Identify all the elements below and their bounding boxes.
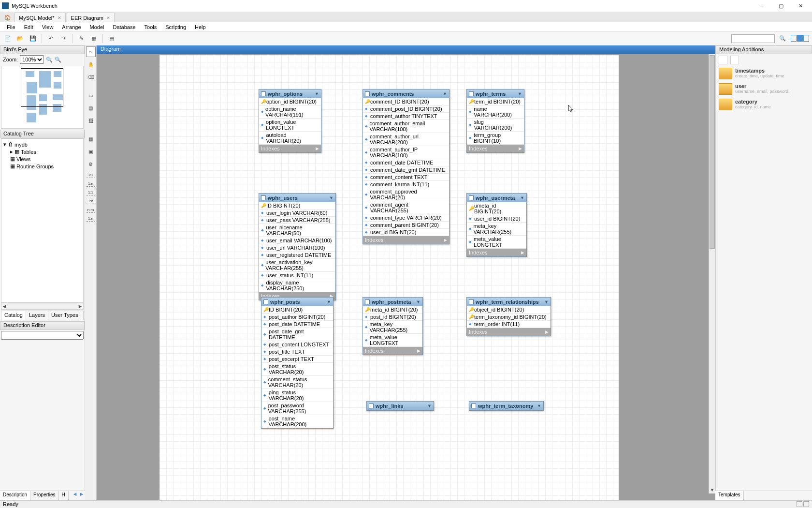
scroll-down-icon[interactable]: ▼ (709, 488, 715, 493)
table-column[interactable]: 🔑term_taxonomy_id BIGINT(20) (467, 314, 551, 321)
expand-icon[interactable]: ▶ (521, 250, 524, 255)
table-column[interactable]: ◆user_id BIGINT(20) (467, 215, 526, 223)
tab-templates[interactable]: Templates (715, 491, 744, 500)
table-header[interactable]: wphr_links ▼ (367, 402, 434, 410)
table-column[interactable]: ◆comment_type VARCHAR(20) (363, 214, 449, 222)
menu-tools[interactable]: Tools (141, 23, 161, 31)
menu-file[interactable]: File (3, 23, 19, 31)
table-column[interactable]: 🔑meta_id BIGINT(20) (363, 306, 422, 314)
table-column[interactable]: 🔑object_id BIGINT(20) (467, 306, 551, 314)
table-column[interactable]: 🔑ID BIGINT(20) (259, 202, 335, 209)
table-comments[interactable]: wphr_comments ▼🔑comment_ID BIGINT(20)◆co… (362, 89, 450, 244)
table-column[interactable]: ◆comment_parent BIGINT(20) (363, 222, 449, 229)
chevron-down-icon[interactable]: ▼ (544, 299, 549, 304)
redo-icon[interactable]: ↷ (58, 34, 68, 44)
diagram-canvas[interactable]: wphr_options ▼🔑option_id BIGINT(20)◆opti… (97, 54, 715, 500)
tree-routines[interactable]: ▦Routine Groups (3, 163, 81, 170)
table-column[interactable]: ◆comment_author_IP VARCHAR(100) (363, 146, 449, 159)
table-column[interactable]: ◆user_login VARCHAR(60) (259, 209, 335, 217)
menu-scripting[interactable]: Scripting (161, 23, 190, 31)
tab-close-icon[interactable]: ✕ (58, 15, 61, 20)
indexes-row[interactable]: Indexes▶ (467, 145, 524, 152)
chevron-down-icon[interactable]: ▼ (329, 195, 334, 200)
expand-icon[interactable]: ▾ (3, 141, 6, 148)
layer-tool-icon[interactable]: ▭ (86, 90, 96, 101)
menu-edit[interactable]: Edit (20, 23, 37, 31)
desc-select[interactable] (1, 331, 84, 340)
new-icon[interactable]: 📄 (3, 34, 13, 44)
menu-help[interactable]: Help (191, 23, 210, 31)
chevron-down-icon[interactable]: ▼ (520, 195, 524, 200)
menu-model[interactable]: Model (86, 23, 108, 31)
table-term-taxonomy[interactable]: wphr_term_taxonomy ▼ (469, 401, 544, 411)
chevron-down-icon[interactable]: ▼ (518, 91, 522, 96)
table-usermeta[interactable]: wphr_usermeta ▼🔑umeta_id BIGINT(20)◆user… (466, 193, 527, 257)
template-category[interactable]: categorycategory_id, name (716, 97, 812, 112)
table-column[interactable]: ◆comment_approved VARCHAR(20) (363, 188, 449, 201)
tab-prev-icon[interactable]: ◄ (72, 491, 78, 500)
chevron-down-icon[interactable]: ▼ (537, 403, 541, 408)
table-column[interactable]: ◆comment_karma INT(11) (363, 181, 449, 188)
indexes-row[interactable]: Indexes▶ (259, 145, 321, 152)
rel-11i-tool[interactable]: 1:1 (87, 191, 95, 195)
table-column[interactable]: 🔑umeta_id BIGINT(20) (467, 202, 526, 215)
tab-description[interactable]: Description (0, 491, 30, 500)
table-header[interactable]: wphr_posts ▼ (261, 298, 333, 306)
table-column[interactable]: ◆comment_author_url VARCHAR(200) (363, 133, 449, 146)
table-column[interactable]: ◆user_pass VARCHAR(255) (259, 217, 335, 224)
rel-nm-tool[interactable]: n:m (87, 208, 95, 213)
eraser-tool-icon[interactable]: ⌫ (86, 72, 96, 82)
table-column[interactable]: 🔑comment_ID BIGINT(20) (363, 98, 449, 105)
table-column[interactable]: ◆comment_post_ID BIGINT(20) (363, 105, 449, 113)
indexes-row[interactable]: Indexes▶ (467, 249, 526, 256)
tab-diagram[interactable]: EER Diagram ✕ (67, 13, 115, 22)
table-column[interactable]: ◆user_status INT(11) (259, 272, 335, 279)
v-scrollbar[interactable]: ▲ ▼ (709, 54, 715, 493)
chevron-down-icon[interactable]: ▼ (443, 91, 447, 96)
tab-next-icon[interactable]: ► (78, 491, 85, 500)
table-term-relationships[interactable]: wphr_term_relationships ▼🔑object_id BIGI… (466, 297, 551, 336)
scroll-thumb[interactable] (710, 55, 715, 249)
table-column[interactable]: 🔑ID BIGINT(20) (261, 306, 333, 314)
table-column[interactable]: ◆post_date_gmt DATETIME (261, 328, 333, 341)
table-column[interactable]: ◆comment_content TEXT (363, 174, 449, 181)
table-column[interactable]: ◆comment_author TINYTEXT (363, 113, 449, 120)
rel-1ni-tool[interactable]: 1:n (87, 199, 95, 204)
table-column[interactable]: ◆comment_date DATETIME (363, 159, 449, 166)
table-header[interactable]: wphr_users ▼ (259, 194, 335, 202)
table-column[interactable]: ◆slug VARCHAR(200) (467, 119, 524, 132)
table-column[interactable]: ◆comment_status VARCHAR(20) (261, 376, 333, 389)
hand-tool-icon[interactable]: ✋ (86, 59, 96, 70)
zoom-in-icon[interactable]: 🔍 (46, 57, 53, 63)
catalog-tree[interactable]: ▾🛢mydb ▸▦Tables ▦Views ▦Routine Groups (1, 138, 84, 303)
close-button[interactable]: ✕ (791, 1, 810, 11)
table-links[interactable]: wphr_links ▼ (366, 401, 434, 411)
expand-icon[interactable]: ▶ (545, 329, 549, 334)
home-tab[interactable]: 🏠 (2, 13, 14, 22)
pointer-tool-icon[interactable]: ↖ (86, 46, 96, 57)
table-column[interactable]: ◆display_name VARCHAR(250) (259, 279, 335, 292)
table-header[interactable]: wphr_term_taxonomy ▼ (469, 402, 543, 410)
image-tool-icon[interactable]: 🖼 (86, 115, 96, 126)
table-column[interactable]: ◆term_order INT(11) (467, 321, 551, 328)
expand-icon[interactable]: ▶ (417, 348, 420, 353)
table-users[interactable]: wphr_users ▼🔑ID BIGINT(20)◆user_login VA… (259, 193, 336, 300)
table-column[interactable]: 🔑option_id BIGINT(20) (259, 98, 321, 105)
table-tool-icon[interactable]: ▦ (86, 134, 96, 144)
table-header[interactable]: wphr_postmeta ▼ (363, 298, 422, 306)
rel-1n-tool[interactable]: 1:n (87, 182, 95, 187)
chevron-down-icon[interactable]: ▼ (315, 91, 319, 96)
expand-icon[interactable]: ▶ (519, 146, 522, 151)
table-column[interactable]: ◆post_content LONGTEXT (261, 341, 333, 348)
routine-tool-icon[interactable]: ⚙ (86, 159, 96, 169)
zoom-select[interactable]: 100% (20, 55, 44, 64)
table-header[interactable]: wphr_terms ▼ (467, 90, 524, 98)
table-column[interactable]: ◆user_registered DATETIME (259, 252, 335, 259)
table-header[interactable]: wphr_options ▼ (259, 90, 321, 98)
add-table-icon[interactable] (730, 56, 739, 64)
table-options[interactable]: wphr_options ▼🔑option_id BIGINT(20)◆opti… (259, 89, 321, 153)
table-column[interactable]: ◆post_title TEXT (261, 348, 333, 356)
table-column[interactable]: ◆post_status VARCHAR(20) (261, 363, 333, 376)
table-terms[interactable]: wphr_terms ▼🔑term_id BIGINT(20)◆name VAR… (466, 89, 524, 153)
birdseye-view[interactable] (1, 66, 84, 129)
